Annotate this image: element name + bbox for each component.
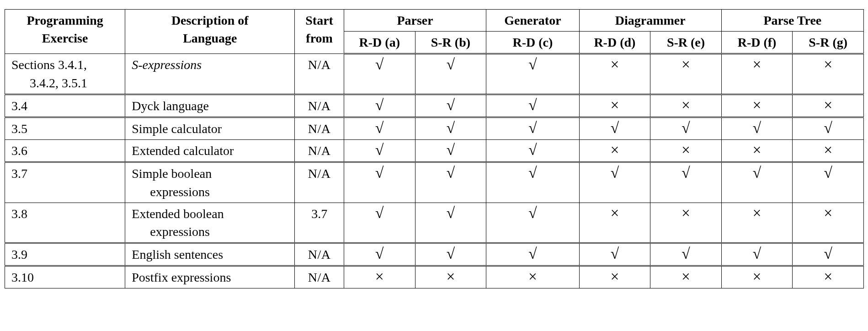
check-icon: √ (375, 164, 383, 181)
cell-language: Simple booleanexpressions (125, 162, 295, 203)
cell-exercise: 3.6 (5, 140, 125, 162)
cell-start-from: N/A (295, 94, 344, 117)
table-body: Sections 3.4.1,3.4.2, 3.5.1S-expressions… (5, 54, 864, 288)
cell-diagrammer-rd: √ (579, 243, 650, 266)
cell-diagrammer-sr: × (650, 203, 722, 243)
cell-generator-rd: √ (486, 94, 579, 117)
check-icon: √ (528, 96, 537, 113)
hdr-diagrammer-rd: R-D (d) (579, 32, 650, 54)
check-icon: √ (528, 56, 537, 73)
cell-parser-rd: √ (344, 140, 415, 162)
check-icon: √ (375, 141, 383, 158)
check-icon: √ (824, 119, 832, 136)
cross-icon: × (824, 204, 832, 221)
cell-exercise: Sections 3.4.1,3.4.2, 3.5.1 (5, 54, 125, 94)
check-icon: √ (447, 119, 455, 136)
cross-icon: × (753, 268, 761, 285)
cell-diagrammer-rd: × (579, 203, 650, 243)
cell-generator-rd: √ (486, 117, 579, 139)
cell-parsetree-rd: × (721, 54, 793, 94)
cell-exercise: 3.4 (5, 94, 125, 117)
cell-diagrammer-sr: √ (650, 243, 722, 266)
check-icon: √ (375, 204, 383, 221)
cell-diagrammer-sr: × (650, 266, 722, 288)
cell-parsetree-sr: × (793, 266, 864, 288)
check-icon: √ (375, 245, 383, 262)
hdr-generator-group: Generator (486, 10, 579, 32)
cell-diagrammer-sr: × (650, 140, 722, 162)
cell-diagrammer-sr: × (650, 54, 722, 94)
hdr-generator-rd: R-D (c) (486, 32, 579, 54)
cell-start-from: N/A (295, 162, 344, 203)
check-icon: √ (447, 96, 455, 113)
check-icon: √ (682, 119, 690, 136)
cell-diagrammer-rd: × (579, 94, 650, 117)
table-header: Programming Exercise Description of Lang… (5, 10, 864, 54)
hdr-diagrammer-group: Diagrammer (579, 10, 721, 32)
cell-start-from: N/A (295, 243, 344, 266)
check-icon: √ (682, 164, 690, 181)
cell-start-from: N/A (295, 54, 344, 94)
hdr-parser-group: Parser (344, 10, 486, 32)
cell-parsetree-rd: × (721, 94, 793, 117)
cell-parser-sr: √ (415, 203, 486, 243)
cell-diagrammer-rd: √ (579, 162, 650, 203)
check-icon: √ (824, 245, 832, 262)
check-icon: √ (682, 245, 690, 262)
cell-diagrammer-rd: √ (579, 117, 650, 139)
cell-parser-sr: √ (415, 243, 486, 266)
cell-diagrammer-rd: × (579, 266, 650, 288)
cell-generator-rd: √ (486, 243, 579, 266)
cross-icon: × (610, 268, 619, 285)
cell-parser-sr: × (415, 266, 486, 288)
cell-parser-rd: √ (344, 94, 415, 117)
cell-exercise: 3.5 (5, 117, 125, 139)
cross-icon: × (610, 204, 619, 221)
cell-parser-sr: √ (415, 162, 486, 203)
cell-diagrammer-rd: × (579, 140, 650, 162)
cross-icon: × (824, 268, 832, 285)
cell-diagrammer-rd: × (579, 54, 650, 94)
cell-exercise: 3.9 (5, 243, 125, 266)
cell-exercise: 3.10 (5, 266, 125, 288)
cell-exercise: 3.7 (5, 162, 125, 203)
hdr-parsetree-rd: R-D (f) (721, 32, 793, 54)
cross-icon: × (753, 204, 761, 221)
cross-icon: × (610, 56, 619, 73)
cell-parsetree-rd: √ (721, 117, 793, 139)
cross-icon: × (824, 141, 832, 158)
cell-start-from: 3.7 (295, 203, 344, 243)
cell-parsetree-sr: × (793, 54, 864, 94)
table-row: 3.10Postfix expressionsN/A××××××× (5, 266, 864, 288)
cell-diagrammer-sr: √ (650, 162, 722, 203)
cross-icon: × (610, 96, 619, 113)
cell-language: Postfix expressions (125, 266, 295, 288)
check-icon: √ (753, 245, 761, 262)
cell-generator-rd: × (486, 266, 579, 288)
cell-parsetree-sr: × (793, 140, 864, 162)
cell-parser-sr: √ (415, 94, 486, 117)
cell-parsetree-rd: √ (721, 243, 793, 266)
cell-diagrammer-sr: √ (650, 117, 722, 139)
table-row: 3.7Simple booleanexpressionsN/A√√√√√√√ (5, 162, 864, 203)
hdr-parser-rd: R-D (a) (344, 32, 415, 54)
cell-parser-sr: √ (415, 117, 486, 139)
check-icon: √ (611, 119, 619, 136)
cell-start-from: N/A (295, 117, 344, 139)
cell-parser-rd: √ (344, 203, 415, 243)
cell-diagrammer-sr: × (650, 94, 722, 117)
cell-language: S-expressions (125, 54, 295, 94)
cell-parsetree-rd: × (721, 266, 793, 288)
cell-parsetree-sr: √ (793, 162, 864, 203)
cross-icon: × (682, 56, 690, 73)
cross-icon: × (682, 141, 690, 158)
check-icon: √ (824, 164, 832, 181)
check-icon: √ (447, 204, 455, 221)
cell-generator-rd: √ (486, 203, 579, 243)
hdr-parsetree-group: Parse Tree (721, 10, 863, 32)
cell-generator-rd: √ (486, 54, 579, 94)
cell-parsetree-rd: × (721, 140, 793, 162)
cross-icon: × (824, 96, 832, 113)
table-row: 3.9English sentencesN/A√√√√√√√ (5, 243, 864, 266)
cell-start-from: N/A (295, 140, 344, 162)
